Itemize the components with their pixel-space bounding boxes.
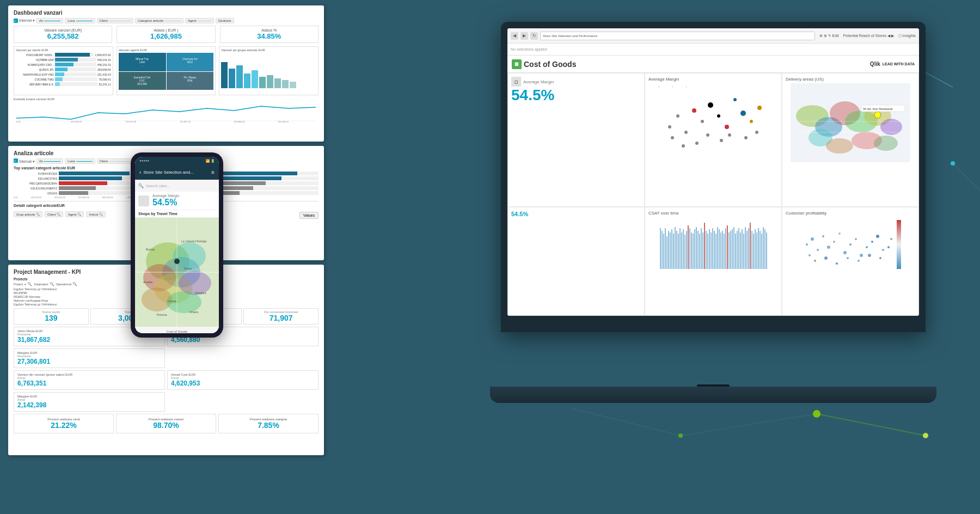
svg-rect-80: [683, 229, 684, 269]
pm-num-pozitii: Numar pozitii 139: [14, 308, 89, 325]
phone-kpi-label: Average Margin: [152, 194, 179, 198]
pm-actual-cost: Actual Cost EUR Actual 4,620,953: [167, 370, 318, 390]
kpi-adaos-eur: Adaos ( EUR ) 1,626,985: [117, 26, 215, 43]
svg-point-30: [692, 108, 696, 113]
filter-categorie[interactable]: Categorie articole: [135, 18, 183, 23]
kpi-valoare-vanzari: Valoare vanzari (EUR) 6,255,582: [14, 26, 112, 43]
nav-forward[interactable]: ▶: [520, 32, 528, 40]
nav-refresh[interactable]: ↻: [530, 32, 538, 40]
svg-rect-107: [727, 225, 728, 269]
detalii-filter-grup[interactable]: Grup articole 🔍: [14, 211, 42, 217]
values-button[interactable]: Values: [299, 212, 318, 219]
svg-point-144: [866, 246, 868, 248]
svg-point-135: [817, 249, 819, 251]
svg-rect-89: [697, 231, 699, 269]
avg-margin-bottom-cell: 54.5%: [507, 207, 645, 316]
svg-rect-101: [717, 227, 718, 269]
phone-search-placeholder[interactable]: Search sites...: [146, 184, 170, 188]
dashboard-vanzari-card: Dashboard vanzari ≡ Interval ▾ An Luna C…: [8, 5, 324, 142]
svg-line-8: [572, 408, 681, 436]
svg-rect-109: [730, 231, 731, 269]
phone-menu-icon[interactable]: ≡: [211, 169, 215, 175]
phone-status-bar: ●●●●● 📶 🔋: [135, 157, 219, 164]
cost-of-goods-title: ▦ Cost of Goods: [512, 59, 576, 69]
svg-text:741,007.35: 741,007.35: [180, 120, 191, 123]
svg-rect-78: [679, 228, 681, 269]
svg-rect-98: [712, 228, 713, 269]
svg-text:Burlara: Burlara: [146, 248, 155, 251]
kpi-adaos-pct: Adaos % 34.85%: [220, 26, 318, 43]
svg-rect-81: [684, 235, 685, 269]
filter-an[interactable]: An: [36, 18, 63, 23]
svg-text:839,884.04: 839,884.04: [234, 120, 246, 123]
svg-rect-103: [720, 232, 721, 269]
svg-rect-115: [740, 232, 741, 269]
avg-margin-chart-cell: Average Margin: [645, 73, 782, 207]
filter-luna[interactable]: Luna: [65, 18, 95, 23]
lead-with-data: LEAD WITH DATA: [883, 62, 915, 66]
detalii-filter-agent[interactable]: Agent 🔍: [65, 211, 84, 217]
svg-rect-121: [750, 223, 751, 269]
svg-point-153: [857, 260, 860, 262]
filter-agent[interactable]: Agent: [185, 18, 214, 23]
svg-rect-77: [678, 234, 679, 269]
svg-rect-124: [755, 229, 756, 269]
svg-point-156: [887, 246, 890, 248]
nav-back[interactable]: ◀: [511, 32, 518, 40]
evolutie-title: Evolutie lunara vanzari EUR: [14, 97, 318, 101]
svg-text:718,475.28: 718,475.28: [125, 120, 137, 123]
svg-rect-90: [699, 234, 700, 269]
insights-btn[interactable]: ⬡ Insights: [898, 34, 916, 38]
svg-point-146: [876, 235, 879, 238]
svg-rect-85: [691, 232, 692, 269]
svg-point-37: [750, 120, 753, 123]
avg-margin-icon: ◻: [511, 77, 521, 87]
svg-point-35: [733, 98, 737, 101]
pm-margine-prev: Margine EUR Previzionat 27,306,801: [14, 348, 165, 368]
filter-client[interactable]: Client: [97, 18, 133, 23]
svg-rect-99: [714, 231, 715, 269]
svg-point-148: [808, 254, 811, 256]
svg-point-152: [847, 257, 849, 259]
qlik-logo-text: Qlik: [870, 61, 880, 67]
delivery-areas-cell: Delivery areas (US): [782, 73, 919, 207]
svg-text:|: |: [686, 85, 687, 88]
svg-rect-105: [724, 234, 725, 269]
svg-point-154: [868, 254, 871, 257]
analiza-filter-luna[interactable]: Luna: [65, 158, 95, 164]
analiza-filter-an[interactable]: An: [36, 158, 63, 164]
pm-num-ore: Ore consumate timesheet 71,907: [243, 308, 318, 325]
phone-map-area: Burlara La Cañada Flintridge Arcadia Azu…: [135, 218, 219, 327]
filter-gestiune[interactable]: Gestiune: [216, 18, 234, 23]
url-bar[interactable]: Store Site Selection and Performance: [540, 32, 815, 40]
charts-row: Vanzari pe clienti EUR PUKCGBUMT HJDN...…: [14, 46, 318, 95]
svg-text:|: |: [659, 85, 659, 88]
phone-app-title: Store Site Selection and...: [143, 170, 209, 175]
detalii-filter-articol[interactable]: Articol 🔍: [86, 211, 105, 217]
phone-search-area: 🔍 Search sites...: [135, 180, 219, 192]
svg-text:|: |: [672, 85, 673, 88]
svg-point-145: [871, 241, 873, 243]
svg-rect-126: [758, 228, 759, 269]
phone-back-icon[interactable]: ‹: [139, 169, 141, 175]
detalii-filter-client[interactable]: Client 🔍: [45, 211, 63, 217]
qlik-dashboard-content: ◻ Average Margin 54.5% Average Margin: [507, 73, 919, 316]
svg-point-58: [826, 138, 853, 154]
pm-percent-costuri: Procent realizare costuri 98.70%: [116, 414, 216, 433]
laptop-base: [490, 387, 936, 403]
pm-kpi-grid: Venit Oferta EUR Previzionat 31,867,682 …: [14, 327, 318, 412]
laptop-body: ◀ ▶ ↻ Store Site Selection and Performan…: [501, 22, 926, 332]
svg-rect-123: [753, 234, 754, 269]
analiza-filter-client[interactable]: Client: [97, 158, 133, 164]
grupe-barchart: [221, 53, 316, 88]
laptop-mockup: ◀ ▶ ↻ Store Site Selection and Performan…: [490, 22, 936, 403]
svg-rect-120: [748, 228, 749, 269]
phone-kpi-area: Average Margin 54.5%: [135, 192, 219, 210]
svg-line-14: [953, 163, 980, 191]
svg-point-41: [695, 142, 699, 145]
svg-point-46: [755, 131, 758, 134]
svg-rect-130: [764, 229, 765, 269]
csat-cell: CSAT over time: [645, 207, 782, 316]
customer-profitability-chart: [786, 217, 915, 272]
svg-rect-88: [696, 227, 697, 269]
